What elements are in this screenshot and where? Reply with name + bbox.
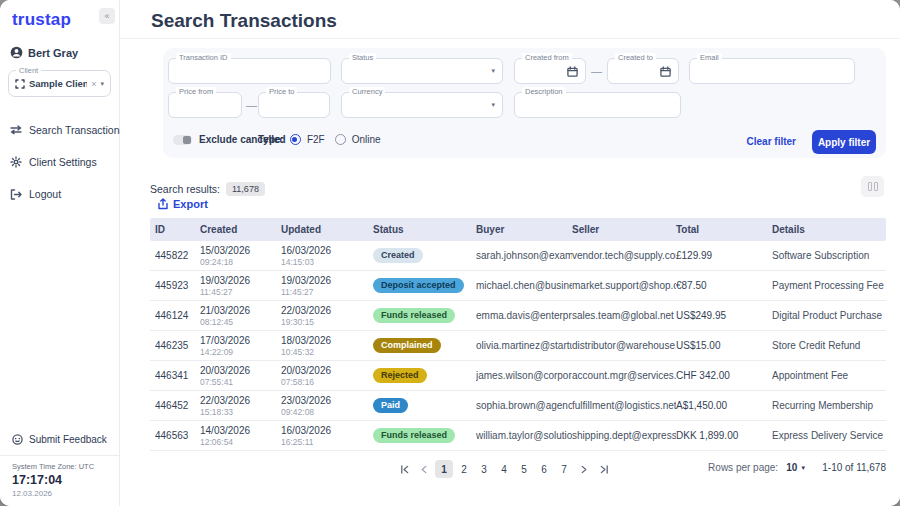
chevron-down-icon[interactable]: ▾ <box>491 101 495 109</box>
timezone-label: System Time Zone: UTC <box>12 462 109 471</box>
type-radio-group: Type: F2F Online <box>258 134 385 145</box>
page-button-1[interactable]: 1 <box>435 460 453 478</box>
cell-updated: 16/03/2026 14:15:03 <box>281 245 373 267</box>
email-label: Email <box>697 53 722 62</box>
export-button[interactable]: Export <box>158 198 208 210</box>
price-from-field[interactable]: Price from <box>168 92 242 118</box>
logo-row: trustap « <box>0 0 119 30</box>
status-badge: Complained <box>373 338 441 353</box>
cell-updated: 22/03/2026 19:30:15 <box>281 305 373 327</box>
cell-updated: 20/03/2026 07:58:16 <box>281 365 373 387</box>
prev-page-button[interactable] <box>415 460 433 478</box>
created-from-label: Created from <box>522 53 572 62</box>
email-field[interactable]: Email <box>689 58 855 84</box>
page-button-4[interactable]: 4 <box>495 460 513 478</box>
currency-field[interactable]: Currency ▾ <box>341 92 503 118</box>
apply-filter-button[interactable]: Apply filter <box>812 130 876 154</box>
description-input[interactable] <box>522 100 673 111</box>
page-button-5[interactable]: 5 <box>515 460 533 478</box>
cell-seller: sales.team@global.net <box>572 310 676 321</box>
pagination-range-info: 1-10 of 11,678 <box>822 462 886 473</box>
page-button-2[interactable]: 2 <box>455 460 473 478</box>
sidebar-item-client-settings[interactable]: Client Settings <box>0 151 119 173</box>
created-to-field[interactable]: Created to <box>607 58 679 84</box>
cell-buyer: james.wilson@corporate.biz <box>476 370 572 381</box>
radio-f2f[interactable] <box>290 134 301 145</box>
cell-buyer: sophia.brown@agency.com <box>476 400 572 411</box>
client-clear-icon[interactable]: × <box>91 79 96 89</box>
clear-filter-button[interactable]: Clear filter <box>747 136 796 147</box>
page-button-3[interactable]: 3 <box>475 460 493 478</box>
cell-seller: vendor.tech@supply.com <box>572 250 676 261</box>
client-select[interactable]: Client Sample Client × ▾ <box>8 70 111 97</box>
pagination: 1234567 <box>395 460 613 478</box>
calendar-icon[interactable] <box>660 66 671 77</box>
cell-seller: account.mgr@services.io <box>572 370 676 381</box>
price-to-input[interactable] <box>266 100 322 111</box>
table-row[interactable]: 446452 22/03/2026 15:18:33 23/03/2026 09… <box>150 391 886 421</box>
cell-created: 19/03/2026 11:45:27 <box>200 275 281 297</box>
table-row[interactable]: 446341 20/03/2026 07:55:41 20/03/2026 07… <box>150 361 886 391</box>
col-header-created: Created <box>200 224 281 235</box>
chevron-down-icon[interactable]: ▾ <box>491 67 495 75</box>
transaction-id-field[interactable]: Transaction ID <box>168 58 331 84</box>
radio-online[interactable] <box>335 134 346 145</box>
calendar-icon[interactable] <box>567 66 578 77</box>
sidebar-collapse-button[interactable]: « <box>99 8 115 24</box>
cell-total: A$1,450.00 <box>676 400 772 411</box>
status-field[interactable]: Status ▾ <box>341 58 503 84</box>
toggle-switch-icon[interactable] <box>173 135 192 145</box>
table-row[interactable]: 446563 14/03/2026 12:06:54 16/03/2026 16… <box>150 421 886 451</box>
submit-feedback-button[interactable]: Submit Feedback <box>0 428 119 455</box>
results-label: Search results: <box>150 183 220 195</box>
created-from-field[interactable]: Created from <box>514 58 586 84</box>
radio-f2f-label: F2F <box>307 134 325 145</box>
sidebar-item-logout[interactable]: Logout <box>0 183 119 205</box>
rows-per-page-value: 10 <box>786 462 797 473</box>
last-page-button[interactable] <box>595 460 613 478</box>
user-avatar-icon <box>10 46 23 59</box>
cell-created: 21/03/2026 08:12:45 <box>200 305 281 327</box>
transaction-id-input[interactable] <box>176 66 323 77</box>
description-label: Description <box>522 87 566 96</box>
cell-total: US$15.00 <box>676 340 772 351</box>
cell-id: 445923 <box>155 280 200 291</box>
rows-per-page-select[interactable]: 10 ▼ <box>786 462 806 473</box>
filter-panel: Transaction ID Status ▾ Created from — C… <box>163 48 886 158</box>
col-header-updated: Updated <box>281 224 373 235</box>
description-field[interactable]: Description <box>514 92 681 118</box>
email-input[interactable] <box>697 66 847 77</box>
cell-seller: shipping.dept@express.com <box>572 430 676 441</box>
table-row[interactable]: 446235 17/03/2026 14:22:09 18/03/2026 10… <box>150 331 886 361</box>
rows-per-page-control: Rows per page: 10 ▼ 1-10 of 11,678 <box>708 462 886 473</box>
date-range-dash: — <box>591 65 602 77</box>
page-title: Search Transactions <box>151 10 337 32</box>
cell-updated: 23/03/2026 09:42:08 <box>281 395 373 417</box>
price-from-input[interactable] <box>176 100 234 111</box>
table-row[interactable]: 446124 21/03/2026 08:12:45 22/03/2026 19… <box>150 301 886 331</box>
cell-total: €87.50 <box>676 280 772 291</box>
title-divider <box>120 38 900 39</box>
table-row[interactable]: 445923 19/03/2026 11:45:27 19/03/2026 11… <box>150 271 886 301</box>
price-to-label: Price to <box>266 87 297 96</box>
cell-id: 446452 <box>155 400 200 411</box>
results-summary: Search results: 11,678 <box>150 182 265 196</box>
column-settings-button[interactable] <box>861 176 884 197</box>
col-header-details: Details <box>772 224 886 235</box>
cell-buyer: olivia.martinez@startup.com <box>476 340 572 351</box>
transaction-id-label: Transaction ID <box>176 53 231 62</box>
page-button-7[interactable]: 7 <box>555 460 573 478</box>
price-to-field[interactable]: Price to <box>258 92 330 118</box>
timezone-block: System Time Zone: UTC 17:17:04 12.03.202… <box>0 455 119 506</box>
page-button-6[interactable]: 6 <box>535 460 553 478</box>
first-page-button[interactable] <box>395 460 413 478</box>
client-caret-icon[interactable]: ▾ <box>100 80 104 88</box>
cell-created: 22/03/2026 15:18:33 <box>200 395 281 417</box>
user-name: Bert Gray <box>28 47 78 59</box>
cell-buyer: emma.davis@enterprise.org <box>476 310 572 321</box>
transactions-icon <box>10 125 22 135</box>
cell-id: 446124 <box>155 310 200 321</box>
next-page-button[interactable] <box>575 460 593 478</box>
sidebar-item-search-transactions[interactable]: Search Transactions <box>0 119 119 141</box>
table-row[interactable]: 445822 15/03/2026 09:24:18 16/03/2026 14… <box>150 241 886 271</box>
